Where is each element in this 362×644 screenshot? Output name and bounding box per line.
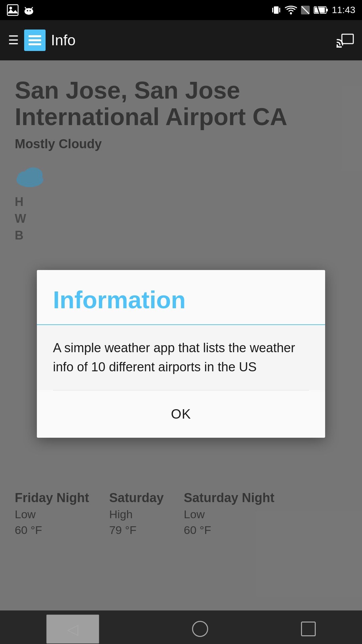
svg-rect-8: [274, 6, 279, 14]
dialog-ok-button[interactable]: OK: [155, 401, 207, 427]
svg-marker-2: [7, 9, 18, 13]
svg-rect-0: [7, 5, 18, 15]
app-bar-title: Info: [51, 32, 75, 49]
wifi-icon: [285, 5, 297, 15]
dialog-title: Information: [53, 286, 186, 313]
app-icon-line-3: [28, 43, 41, 45]
dialog-title-section: Information: [37, 270, 325, 325]
svg-point-5: [29, 10, 31, 11]
app-bar: ☰ Info: [0, 20, 362, 60]
svg-point-11: [290, 12, 292, 14]
svg-rect-16: [315, 7, 325, 13]
gallery-icon: [7, 4, 19, 16]
hamburger-icon[interactable]: ☰: [8, 33, 19, 47]
android-icon: [23, 4, 35, 16]
cast-icon[interactable]: [337, 33, 354, 48]
app-icon-lines: [28, 35, 41, 45]
battery-icon: [314, 5, 328, 15]
status-bar-right: 11:43: [271, 5, 355, 15]
app-icon-line-2: [28, 39, 41, 41]
svg-rect-15: [326, 9, 328, 11]
svg-line-7: [32, 7, 33, 9]
main-content-area: San Jose, San Jose International Airport…: [0, 60, 362, 644]
vibrate-icon: [271, 5, 282, 15]
app-bar-left: ☰ Info: [8, 30, 75, 51]
svg-point-4: [27, 10, 28, 11]
app-icon-line-1: [28, 35, 41, 37]
status-bar-left: [7, 4, 35, 16]
svg-rect-9: [272, 8, 273, 12]
app-icon: [24, 30, 46, 51]
dialog-actions: OK: [37, 390, 325, 438]
svg-rect-18: [342, 34, 353, 44]
svg-line-6: [25, 7, 26, 9]
svg-point-1: [9, 7, 12, 9]
signal-off-icon: [300, 5, 310, 15]
information-dialog: Information A simple weather app that li…: [37, 270, 325, 438]
svg-rect-10: [279, 8, 280, 12]
status-bar: 11:43: [0, 0, 362, 20]
dialog-message: A simple weather app that lists the weat…: [53, 341, 295, 374]
time-display: 11:43: [332, 5, 355, 15]
dialog-body: A simple weather app that lists the weat…: [37, 325, 325, 390]
modal-overlay: Information A simple weather app that li…: [0, 60, 362, 644]
svg-point-3: [24, 8, 33, 15]
